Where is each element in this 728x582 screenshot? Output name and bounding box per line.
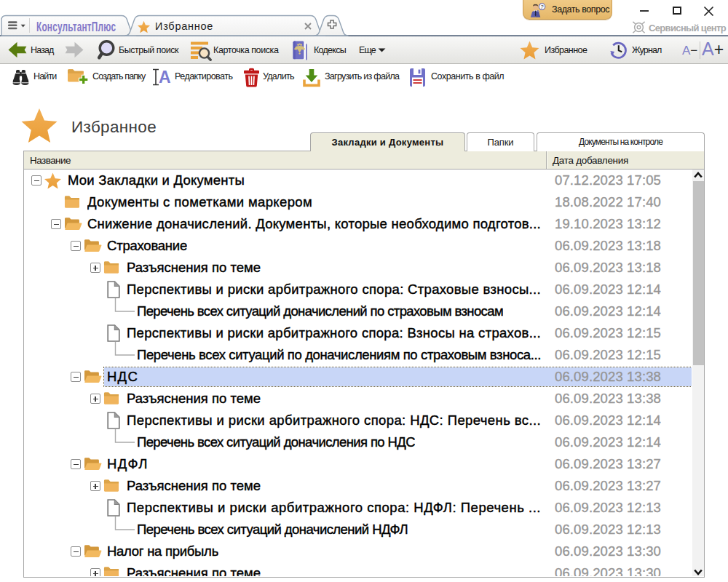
svg-text:?: ?: [541, 4, 544, 10]
